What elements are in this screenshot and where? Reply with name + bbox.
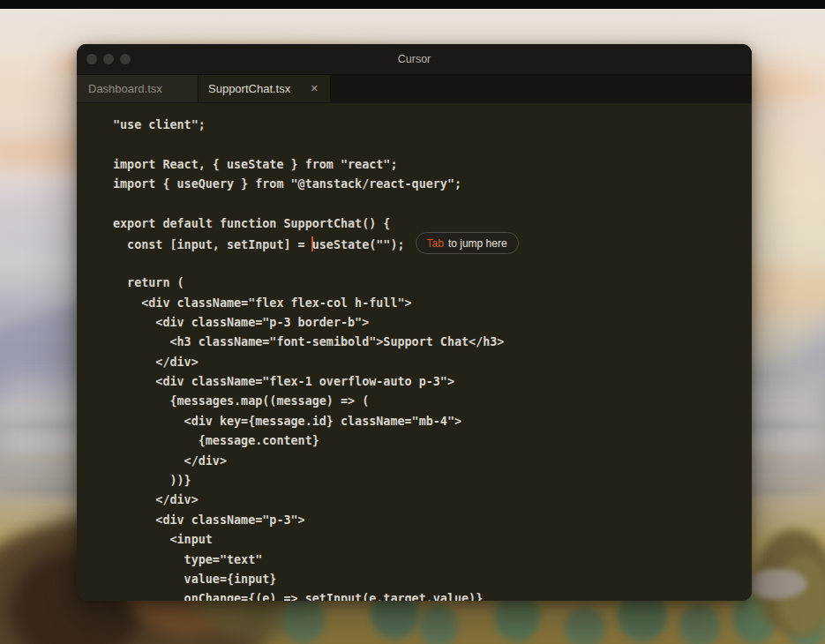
tab-key-label: Tab — [427, 234, 444, 253]
tab-supportchat[interactable]: SupportChat.tsx ✕ — [199, 75, 331, 102]
code-line[interactable]: <div className="p-3"> — [113, 511, 752, 530]
wallpaper-rock — [746, 569, 807, 599]
code-line[interactable]: value={input} — [113, 570, 752, 589]
code-line[interactable]: export default function SupportChat() { — [113, 214, 752, 234]
window-titlebar[interactable]: Cursor — [77, 44, 752, 75]
code-line[interactable]: </div> — [113, 490, 752, 510]
wallpaper-bush — [679, 604, 720, 644]
window-title: Cursor — [77, 53, 752, 65]
code-text: const [input, setInput] = — [113, 238, 312, 251]
code-line[interactable]: </div> — [113, 353, 752, 372]
editor-tabbar: Dashboard.tsx SupportChat.tsx ✕ — [77, 75, 752, 103]
code-line[interactable]: ))} — [113, 471, 752, 490]
code-line[interactable]: "use client"; — [113, 116, 752, 135]
code-line[interactable]: <div className="flex flex-col h-full"> — [113, 294, 752, 313]
code-line[interactable] — [113, 195, 752, 214]
code-line[interactable]: {message.content} — [113, 431, 752, 451]
code-line[interactable] — [113, 135, 752, 154]
code-line[interactable] — [113, 254, 752, 273]
tab-label: Dashboard.tsx — [88, 82, 162, 95]
tab-dashboard[interactable]: Dashboard.tsx — [77, 75, 199, 102]
code-line[interactable]: onChange={(e) => setInput(e.target.value… — [113, 589, 752, 601]
code-line[interactable]: </div> — [113, 452, 752, 471]
wallpaper-bush — [419, 604, 458, 644]
code-area[interactable]: "use client";import React, { useState } … — [77, 103, 752, 601]
wallpaper-bush — [565, 607, 605, 644]
tab-close-icon[interactable]: ✕ — [311, 84, 319, 94]
desktop-screen: Cursor Dashboard.tsx SupportChat.tsx ✕ "… — [0, 0, 825, 644]
code-line[interactable]: type="text" — [113, 550, 752, 570]
tab-hint-text: to jump here — [448, 234, 507, 253]
wallpaper-bush — [282, 595, 325, 644]
code-text: useState(""); — [312, 238, 405, 251]
cursor-window: Cursor Dashboard.tsx SupportChat.tsx ✕ "… — [77, 44, 752, 601]
code-line[interactable]: const [input, setInput] = useState("");T… — [113, 234, 752, 253]
code-line[interactable]: {messages.map((message) => ( — [113, 392, 752, 411]
code-line[interactable]: import React, { useState } from "react"; — [113, 155, 752, 175]
code-line[interactable]: <input — [113, 530, 752, 550]
top-black-bar — [0, 0, 825, 9]
tab-label: SupportChat.tsx — [208, 82, 290, 95]
code-line[interactable]: <h3 className="font-semibold">Support Ch… — [113, 333, 752, 352]
tab-jump-hint-badge: Tabto jump here — [416, 232, 519, 254]
code-line[interactable]: import { useQuery } from "@tanstack/reac… — [113, 175, 752, 194]
code-line[interactable]: <div key={message.id} className="mb-4"> — [113, 412, 752, 431]
code-line[interactable]: <div className="p-3 border-b"> — [113, 313, 752, 333]
code-line[interactable]: <div className="flex-1 overflow-auto p-3… — [113, 372, 752, 392]
code-line[interactable]: return ( — [113, 273, 752, 293]
